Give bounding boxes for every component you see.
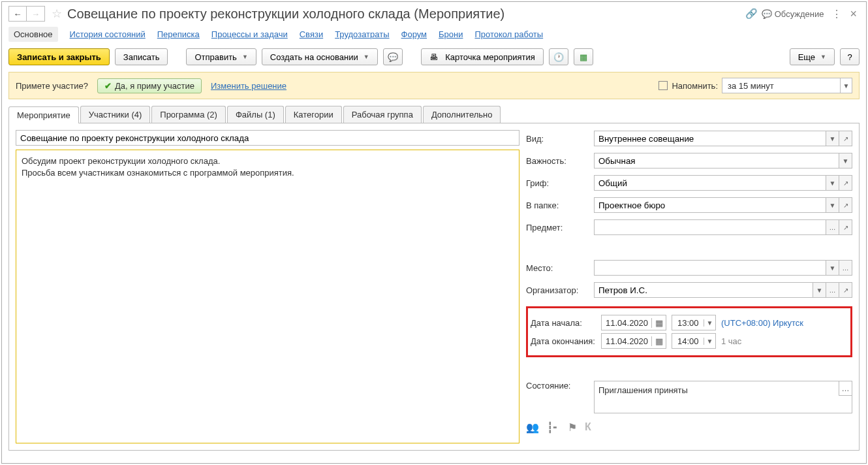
kind-drop[interactable]: ▼ [826,131,839,146]
subject-input[interactable] [16,130,519,146]
grif-open[interactable]: ↗ [839,175,852,191]
calendar-add-button[interactable]: ▦ [574,48,593,65]
more-menu-icon[interactable]: ⋮ [831,8,842,20]
calendar-plus-icon: ▦ [580,52,587,62]
save-button[interactable]: Записать [115,48,168,65]
description-area[interactable]: Обсудим проект реконструкции холодного с… [16,150,519,443]
nav-booking[interactable]: Брони [439,29,463,39]
organizer-drop[interactable]: ▼ [813,282,826,298]
end-time-input[interactable]: 14:00 ▼ [672,333,716,349]
importance-label: Важность: [526,156,591,166]
tab-files[interactable]: Файлы (1) [227,106,284,123]
users-icon[interactable]: 👥 [526,421,539,434]
calendar-icon[interactable]: ▦ [651,336,666,346]
folder-input[interactable] [594,197,826,213]
tree-icon[interactable]: ┇╸ [547,421,560,434]
nav-processes[interactable]: Процессы и задачи [211,29,288,39]
flags-icon[interactable]: ⚑ [568,421,577,434]
end-label: Дата окончания: [531,336,596,346]
grif-input[interactable] [594,175,826,191]
chevron-down-icon[interactable]: ▼ [704,319,715,327]
kind-label: Вид: [526,134,591,144]
more-button[interactable]: Еще▼ [790,48,835,65]
chevron-down-icon[interactable]: ▼ [704,338,715,345]
kind-input[interactable] [594,131,826,146]
folder-drop[interactable]: ▼ [826,197,839,213]
state-text[interactable]: Приглашения приняты … [594,381,852,413]
importance-drop[interactable]: ▼ [839,153,852,168]
place-input[interactable] [594,260,826,276]
end-date-input[interactable]: 11.04.2020 ▦ [601,333,666,349]
help-button[interactable]: ? [840,48,860,65]
clock-button[interactable]: 🕐 [549,48,568,65]
link-icon[interactable]: 🔗 [745,8,758,20]
remind-checkbox[interactable] [659,81,668,90]
chevron-down-icon[interactable]: ▼ [840,78,852,93]
send-button[interactable]: Отправить▼ [186,48,256,65]
print-icon: 🖶 [429,52,438,62]
duration-text: 1 час [721,336,741,346]
tab-additional[interactable]: Дополнительно [423,106,501,123]
start-time-input[interactable]: 13:00 ▼ [672,315,716,330]
subjectf-label: Предмет: [526,223,591,232]
comment-icon: 💬 [388,52,398,62]
chat-button[interactable]: 💬 [383,48,403,65]
start-label: Дата начала: [531,318,596,328]
tab-workgroup[interactable]: Рабочая группа [343,106,422,123]
tab-categories[interactable]: Категории [285,106,342,123]
organizer-open[interactable]: ↗ [839,282,852,298]
calendar-icon[interactable]: ▦ [651,318,666,328]
participation-question: Примете участие? [16,81,88,91]
organizer-dots[interactable]: … [826,282,839,298]
subjectf-open[interactable]: ↗ [839,219,852,235]
remind-label: Напомнить: [672,81,718,91]
discussion-link[interactable]: 💬 Обсуждение [762,9,824,19]
folder-label: В папке: [526,200,591,210]
date-block-highlight: Дата начала: 11.04.2020 ▦ 13:00 ▼ (UTC+0… [526,306,852,357]
k-icon[interactable]: К [585,421,591,434]
folder-open[interactable]: ↗ [839,197,852,213]
grif-drop[interactable]: ▼ [826,175,839,191]
state-label: Состояние: [526,381,591,391]
window-title: Совещание по проекту реконструкции холод… [67,7,739,22]
save-close-button[interactable]: Записать и закрыть [8,48,110,65]
back-button[interactable]: ← [8,6,27,22]
organizer-label: Организатор: [526,285,591,295]
place-dots[interactable]: … [839,260,852,276]
start-date-input[interactable]: 11.04.2020 ▦ [601,315,666,330]
tab-participants[interactable]: Участники (4) [80,106,151,123]
event-card-button[interactable]: 🖶 Карточка мероприятия [421,48,544,65]
favorite-star-icon[interactable]: ☆ [52,7,62,21]
grif-label: Гриф: [526,178,591,188]
change-decision-link[interactable]: Изменить решение [211,81,287,91]
subjectf-dots[interactable]: … [826,219,839,235]
importance-input[interactable] [594,153,839,168]
create-based-button[interactable]: Создать на основании▼ [262,48,378,65]
chat-icon: 💬 [762,9,772,19]
timezone-link[interactable]: (UTC+08:00) Иркутск [721,318,803,328]
tab-event[interactable]: Мероприятие [8,106,79,123]
accept-participation-button[interactable]: ✔ Да, я приму участие [97,78,202,93]
nav-main[interactable]: Основное [8,27,58,42]
close-icon[interactable]: × [850,7,857,21]
nav-history[interactable]: История состояний [70,29,146,39]
clock-icon: 🕐 [553,52,564,62]
check-icon: ✔ [104,81,112,91]
nav-labor[interactable]: Трудозатраты [335,29,389,39]
remind-combo[interactable]: за 15 минут ▼ [722,78,852,93]
place-drop[interactable]: ▼ [826,260,839,276]
nav-protocol[interactable]: Протокол работы [474,29,543,39]
place-label: Место: [526,263,591,273]
kind-open[interactable]: ↗ [839,131,852,146]
state-dots-button[interactable]: … [839,381,852,396]
tab-program[interactable]: Программа (2) [151,106,226,123]
forward-button[interactable]: → [27,6,45,22]
organizer-input[interactable] [594,282,813,298]
nav-links[interactable]: Связи [300,29,323,39]
subjectf-input[interactable] [594,219,826,235]
nav-correspondence[interactable]: Переписка [157,29,200,39]
nav-forum[interactable]: Форум [401,29,427,39]
